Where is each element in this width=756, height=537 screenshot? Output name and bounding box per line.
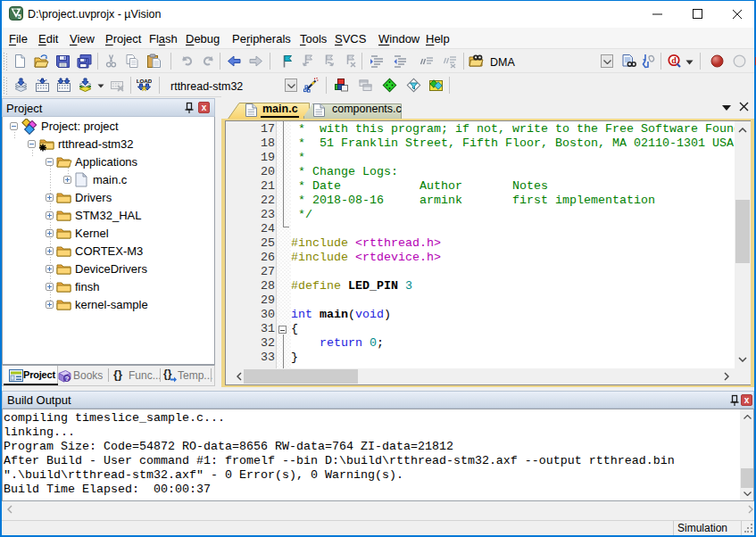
svg-text:?: ? xyxy=(65,375,70,383)
svg-text:5: 5 xyxy=(18,12,21,21)
svg-text:LOAD: LOAD xyxy=(137,78,152,84)
svg-text:d: d xyxy=(671,55,677,65)
